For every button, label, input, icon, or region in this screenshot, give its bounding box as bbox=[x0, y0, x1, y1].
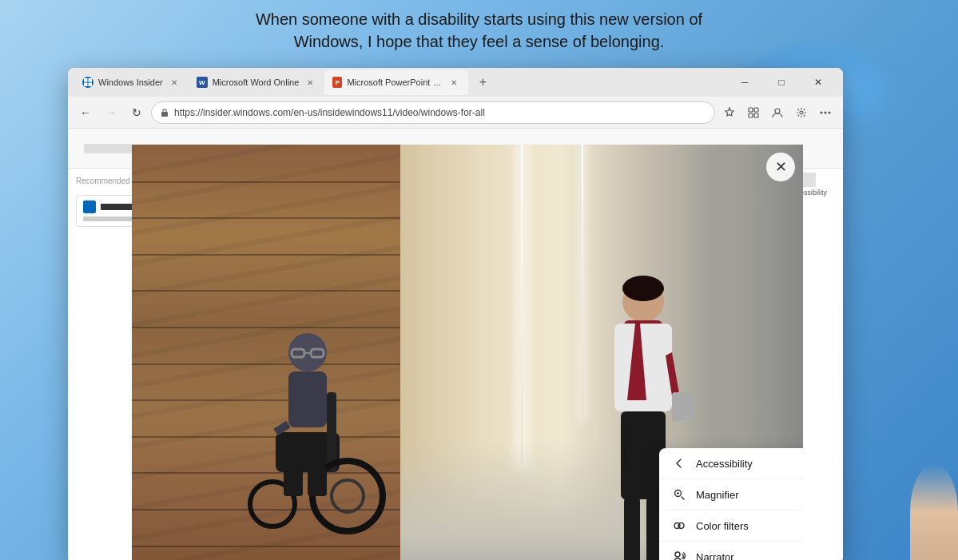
close-button[interactable]: ✕ bbox=[800, 68, 837, 97]
toolbar-icons bbox=[718, 101, 837, 124]
svg-point-28 bbox=[622, 276, 664, 301]
narrator-icon bbox=[672, 550, 686, 560]
word-online-favicon: W bbox=[197, 77, 208, 88]
back-arrow-icon bbox=[672, 456, 686, 471]
tab-word-online-close[interactable]: ✕ bbox=[304, 76, 316, 89]
ceiling-light bbox=[521, 145, 523, 463]
browser-content: Recommended bbox=[68, 129, 843, 560]
tab-powerpoint-online-close[interactable]: ✕ bbox=[447, 76, 460, 89]
quote-text: When someone with a disability starts us… bbox=[240, 8, 719, 53]
tab-powerpoint-online-label: Microsoft PowerPoint Online bbox=[347, 77, 443, 87]
tab-word-online[interactable]: W Microsoft Word Online ✕ bbox=[189, 70, 325, 95]
panel-accessibility-header[interactable]: Accessibility bbox=[659, 448, 803, 479]
forward-button[interactable]: → bbox=[100, 101, 122, 124]
svg-rect-7 bbox=[749, 113, 753, 117]
svg-point-11 bbox=[821, 111, 823, 113]
tab-windows-insider-label: Windows Insider bbox=[98, 77, 163, 87]
svg-point-9 bbox=[775, 109, 780, 113]
profile-decoration-bottom-right bbox=[910, 464, 958, 560]
favorites-icon[interactable] bbox=[718, 101, 741, 124]
new-tab-button[interactable]: + bbox=[471, 71, 494, 93]
settings-icon[interactable] bbox=[790, 101, 813, 124]
tab-powerpoint-online[interactable]: P Microsoft PowerPoint Online ✕ bbox=[324, 70, 468, 95]
person-wheelchair bbox=[228, 320, 388, 560]
color-filters-icon bbox=[672, 518, 686, 533]
windows-insider-favicon bbox=[82, 77, 93, 88]
svg-point-10 bbox=[800, 111, 803, 114]
window-controls: ─ □ ✕ bbox=[726, 68, 837, 97]
back-button[interactable]: ← bbox=[74, 101, 97, 124]
svg-point-42 bbox=[675, 552, 680, 557]
magnifier-label: Magnifier bbox=[696, 489, 738, 501]
svg-rect-25 bbox=[284, 467, 303, 496]
collections-icon[interactable] bbox=[742, 101, 765, 124]
powerpoint-online-favicon: P bbox=[332, 77, 342, 88]
tab-word-online-label: Microsoft Word Online bbox=[213, 77, 300, 87]
tab-windows-insider-close[interactable]: ✕ bbox=[168, 76, 181, 89]
svg-point-12 bbox=[825, 111, 827, 113]
lock-icon bbox=[160, 108, 169, 117]
svg-rect-18 bbox=[288, 371, 327, 427]
browser-window: Windows Insider ✕ W Microsoft Word Onlin… bbox=[68, 68, 843, 560]
refresh-button[interactable]: ↻ bbox=[125, 101, 148, 124]
svg-rect-3 bbox=[89, 83, 93, 87]
browser-toolbar: ← → ↻ https://insider.windows.com/en-us/… bbox=[68, 97, 843, 129]
narrator-label: Narrator bbox=[696, 551, 734, 561]
tab-windows-insider[interactable]: Windows Insider ✕ bbox=[74, 70, 189, 95]
svg-rect-6 bbox=[754, 108, 758, 112]
profile-icon[interactable] bbox=[766, 101, 789, 124]
panel-narrator[interactable]: Narrator bbox=[659, 542, 803, 560]
svg-rect-0 bbox=[84, 78, 88, 82]
svg-rect-26 bbox=[308, 467, 327, 496]
svg-point-22 bbox=[332, 480, 364, 512]
svg-line-24 bbox=[276, 424, 288, 432]
address-bar[interactable]: https://insider.windows.com/en-us/inside… bbox=[151, 101, 715, 124]
accessibility-panel: Accessibility Magnifier bbox=[659, 448, 803, 560]
video-overlay: ✕ bbox=[132, 145, 803, 560]
color-filters-label: Color filters bbox=[696, 520, 749, 532]
panel-magnifier[interactable]: Magnifier bbox=[659, 479, 803, 510]
video-close-button[interactable]: ✕ bbox=[766, 153, 795, 181]
svg-rect-32 bbox=[624, 496, 640, 560]
svg-rect-2 bbox=[84, 83, 88, 87]
svg-point-13 bbox=[829, 111, 831, 113]
address-text: https://insider.windows.com/en-us/inside… bbox=[174, 107, 706, 118]
maximize-button[interactable]: □ bbox=[763, 68, 800, 97]
svg-rect-36 bbox=[672, 392, 694, 421]
minimize-button[interactable]: ─ bbox=[726, 68, 763, 97]
more-options-icon[interactable] bbox=[814, 101, 837, 124]
svg-rect-5 bbox=[749, 108, 753, 112]
svg-rect-4 bbox=[161, 112, 168, 117]
accessibility-header-label: Accessibility bbox=[696, 458, 753, 470]
panel-color-filters[interactable]: Color filters bbox=[659, 510, 803, 542]
magnifier-icon bbox=[672, 487, 686, 502]
svg-rect-1 bbox=[89, 78, 93, 82]
svg-rect-8 bbox=[754, 113, 758, 117]
browser-titlebar: Windows Insider ✕ W Microsoft Word Onlin… bbox=[68, 68, 843, 97]
